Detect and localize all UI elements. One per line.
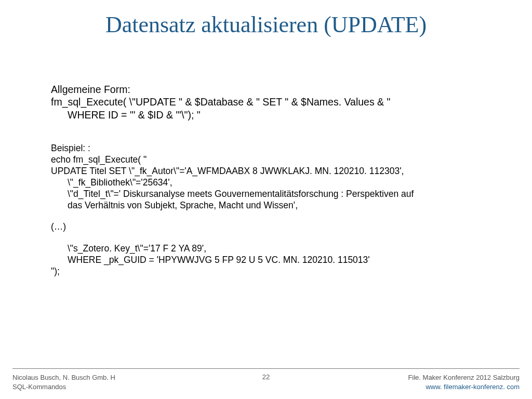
text-line: WHERE ID = '" & $ID & "'\"); ": [51, 109, 511, 121]
text-line: fm_sql_Execute( \"UPDATE " & $Database &…: [51, 96, 511, 108]
general-form-block: Allgemeine Form: fm_sql_Execute( \"UPDAT…: [51, 83, 511, 121]
slide: Datensatz aktualisieren (UPDATE) Allgeme…: [0, 0, 532, 399]
text-line: Beispiel: :: [51, 143, 511, 154]
text-line: \"s_Zotero. Key_t\"='17 F 2 YA 89',: [51, 243, 511, 255]
example-continued-block: \"s_Zotero. Key_t\"='17 F 2 YA 89', WHER…: [51, 243, 511, 277]
footer-subtitle: SQL-Kommandos: [12, 382, 115, 392]
text-line: echo fm_sql_Execute( ": [51, 154, 511, 166]
footer-conference: File. Maker Konferenz 2012 Salzburg: [408, 373, 520, 382]
text-line: Allgemeine Form:: [51, 83, 511, 96]
footer-right: File. Maker Konferenz 2012 Salzburg www.…: [408, 373, 520, 392]
slide-body: Allgemeine Form: fm_sql_Execute( \"UPDAT…: [51, 83, 511, 277]
ellipsis-text: (…): [51, 221, 511, 233]
text-line: \"_fk_Bibliothek\"='25634',: [51, 177, 511, 189]
slide-footer: Nicolaus Busch, N. Busch Gmb. H SQL-Komm…: [12, 371, 520, 394]
footer-divider: [12, 368, 520, 369]
text-line: WHERE _pk_GUID = 'HPYWWJVG 5 FP 92 U 5 V…: [51, 255, 511, 266]
footer-url: www. filemaker-konferenz. com: [408, 382, 520, 392]
text-line: das Verhältnis von Subjekt, Sprache, Mac…: [51, 200, 511, 211]
text-line: \"d_Titel_t\"=' Diskursanalyse meets Gou…: [51, 189, 511, 200]
text-line: ");: [51, 266, 511, 277]
slide-title: Datensatz aktualisieren (UPDATE): [0, 0, 532, 38]
example-block: Beispiel: : echo fm_sql_Execute( " UPDAT…: [51, 143, 511, 211]
text-line: UPDATE Titel SET \"_fk_Autor\"='A_WFMDAA…: [51, 166, 511, 177]
